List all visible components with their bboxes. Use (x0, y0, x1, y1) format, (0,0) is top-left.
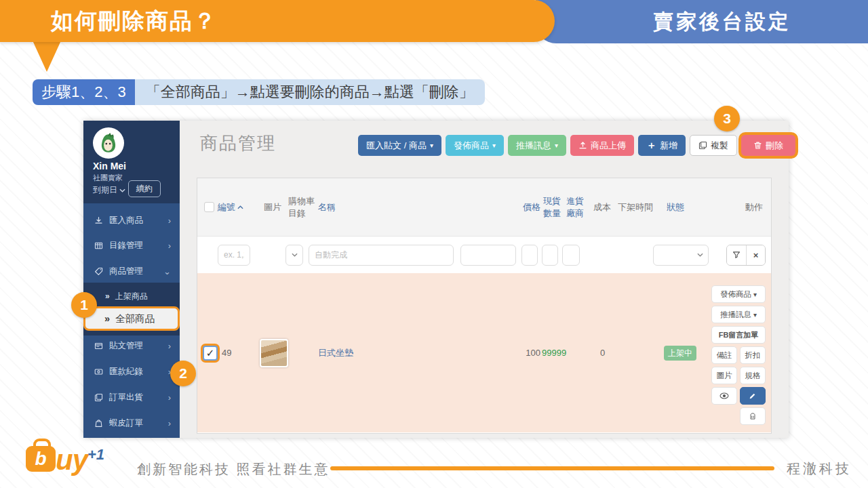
trash-icon (749, 412, 757, 420)
caret-down-icon: ▾ (753, 311, 757, 319)
product-image[interactable] (260, 339, 288, 367)
row-discount-button[interactable]: 折扣 (740, 346, 766, 364)
sidebar-item-label: 匯入商品 (109, 215, 143, 226)
publish-product-button[interactable]: 發佈商品 ▾ (446, 135, 504, 156)
table-header-row: 編號 圖片 購物車目錄 名稱 價格 現貨數量 進貨廠商 成本 下架時間 狀態 動… (197, 178, 771, 237)
footer-divider-line (330, 466, 774, 470)
chevron-right-icon: › (168, 418, 171, 428)
funnel-icon (732, 251, 741, 259)
filter-id-input[interactable] (218, 245, 250, 266)
sort-caret-icon (237, 205, 243, 209)
filter-catalog-select[interactable] (285, 245, 303, 266)
footer-tagline: 創新智能科技 照看社群生意 (137, 460, 330, 479)
caret-down-icon: ▾ (753, 291, 757, 298)
title-pointer-triangle (33, 41, 61, 72)
row-spec-button[interactable]: 規格 (740, 367, 766, 384)
caret-down-icon: ▾ (430, 142, 433, 149)
filter-name-input[interactable] (309, 245, 454, 266)
import-post-product-button[interactable]: 匯入貼文 / 商品 ▾ (358, 135, 441, 156)
sidebar-item-label: 貼文管理 (109, 340, 143, 352)
filter-cost-input[interactable] (562, 245, 580, 266)
filter-supplier-input[interactable] (542, 245, 558, 266)
product-cost: 0 (591, 348, 618, 358)
clear-icon: × (753, 250, 759, 260)
sidebar-item-all-products[interactable]: » 全部商品 (83, 306, 180, 331)
sidebar-item-listed-products[interactable]: » 上架商品 (83, 287, 180, 305)
pencil-icon (749, 392, 757, 400)
filter-price-input[interactable] (460, 245, 516, 266)
sidebar-item-shopee-orders[interactable]: 蝦皮訂單 › (83, 413, 180, 433)
column-header-status[interactable]: 狀態 (658, 201, 706, 214)
renew-button[interactable]: 續約 (128, 180, 161, 197)
orders-icon (94, 393, 103, 402)
button-label: 複製 (711, 140, 728, 152)
step-bar: 步驟1、2、3 「全部商品」→點選要刪除的商品→點選「刪除」 (33, 79, 485, 105)
eye-icon (719, 392, 729, 399)
double-chevron-icon: » (104, 313, 110, 324)
user-name: Xin Mei (93, 161, 126, 171)
trash-icon (753, 141, 762, 150)
page-title: 商品管理 (200, 131, 276, 155)
product-name-link[interactable]: 日式坐墊 (315, 347, 516, 359)
add-button[interactable]: ＋ 新增 (638, 135, 686, 156)
shopee-bag-icon (94, 419, 103, 428)
row-image-button[interactable]: 圖片 (711, 367, 737, 384)
caret-down-icon: ▾ (555, 142, 558, 149)
chevron-down-icon: ⌄ (163, 266, 171, 277)
sidebar-item-order-shipping[interactable]: 訂單出貨 › (83, 387, 180, 407)
chevron-down-icon (697, 253, 703, 257)
button-label: 刪除 (766, 140, 783, 152)
chevron-down-icon (119, 188, 125, 192)
step-marker-3: 3 (714, 106, 740, 131)
footer-company-name: 程澈科技 (787, 460, 852, 478)
copy-icon (698, 141, 707, 150)
column-header-stock[interactable]: 現貨數量 (540, 195, 566, 220)
row-edit-button[interactable] (740, 387, 766, 405)
sidebar-item-product-management[interactable]: 商品管理 ⌄ (83, 261, 180, 281)
copy-button[interactable]: 複製 (690, 135, 737, 156)
sidebar: Xin Mei 社團賣家 到期日 續約 匯入商品 › (83, 121, 180, 438)
sidebar-subitem-label: 全部商品 (115, 312, 155, 325)
sidebar-item-import-products[interactable]: 匯入商品 › (83, 210, 180, 230)
button-label: 商品上傳 (591, 140, 626, 152)
select-all-checkbox[interactable] (204, 202, 214, 212)
button-label: 推播訊息 (516, 140, 551, 152)
column-header-id[interactable]: 編號 (218, 201, 260, 214)
column-header-price[interactable]: 價格 (516, 201, 540, 214)
column-header-supplier[interactable]: 進貨廠商 (566, 195, 591, 220)
upload-icon (578, 141, 587, 150)
row-note-button[interactable]: 備註 (711, 346, 737, 364)
row-checkbox[interactable]: ✓ (203, 346, 218, 361)
product-upload-button[interactable]: 商品上傳 (570, 135, 634, 156)
row-schedule-button[interactable] (740, 407, 766, 425)
row-fb-comment-button[interactable]: FB留言加單 (711, 326, 766, 344)
main-content: 商品管理 匯入貼文 / 商品 ▾ 發佈商品 ▾ 推播訊息 ▾ (180, 121, 789, 438)
row-view-button[interactable] (711, 387, 737, 405)
product-price: 100 (516, 348, 540, 358)
filter-stock-input[interactable] (521, 245, 538, 266)
sidebar-item-label: 蝦皮訂單 (109, 418, 143, 429)
broadcast-message-button[interactable]: 推播訊息 ▾ (508, 135, 566, 156)
row-actions: 發佈商品 ▾ 推播訊息 ▾ FB留言加單 備註 折扣 (711, 285, 766, 425)
sidebar-item-label: 訂單出貨 (109, 392, 143, 403)
sidebar-item-post-management[interactable]: 貼文管理 › (83, 336, 180, 356)
row-broadcast-button[interactable]: 推播訊息 ▾ (711, 306, 766, 323)
delete-button[interactable]: 刪除 (741, 135, 795, 156)
chevron-right-icon: › (168, 216, 171, 226)
buy-plus-one-logo: b uy +1 (26, 446, 104, 473)
expiry-dropdown[interactable]: 到期日 (93, 184, 125, 196)
step-marker-2: 2 (170, 361, 196, 386)
clear-filter-button[interactable]: × (746, 245, 765, 265)
button-label: 發佈商品 (454, 140, 489, 152)
product-id: 49 (218, 348, 260, 358)
sidebar-item-remittance[interactable]: 匯款紀錄 › (83, 361, 180, 382)
button-label: 推播訊息 (720, 310, 751, 320)
sidebar-item-catalog[interactable]: 目錄管理 › (83, 235, 180, 256)
apply-filter-button[interactable] (727, 245, 746, 265)
product-row[interactable]: ✓ 49 日式坐墊 100 99999 0 上架中 發佈商品 ▾ (197, 273, 771, 432)
money-icon (94, 367, 103, 376)
corner-badge: 賣家後台設定 (536, 0, 868, 43)
column-header-name[interactable]: 名稱 (315, 201, 516, 214)
filter-status-select[interactable] (653, 245, 709, 266)
row-publish-button[interactable]: 發佈商品 ▾ (711, 285, 766, 303)
